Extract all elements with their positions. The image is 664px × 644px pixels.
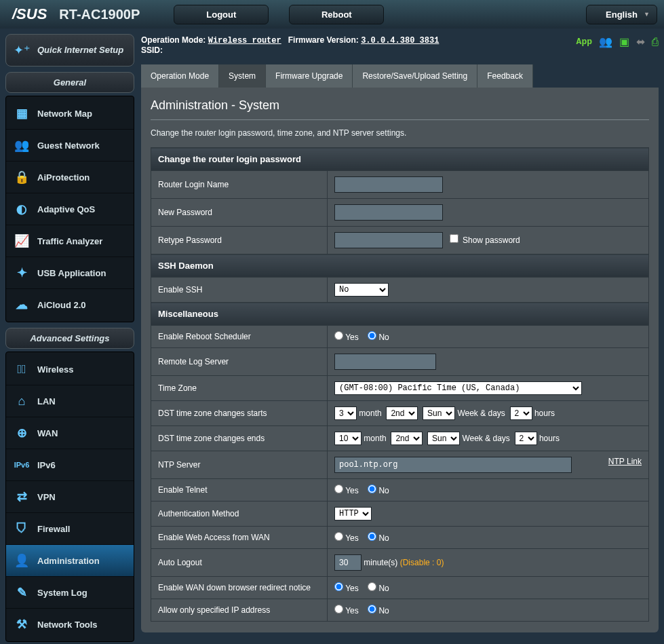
cloud-icon: ☁ [13,296,31,314]
wand-icon: ✦⁺ [13,41,31,59]
dst-end-day-select[interactable]: Sun [427,432,460,445]
enable-ssh-select[interactable]: No [334,283,389,297]
show-password-label: Show password [463,235,520,245]
usb-status-icon[interactable]: ⬌ [636,35,645,48]
tab-feedback[interactable]: Feedback [477,64,533,88]
sidebar-item-firewall[interactable]: ⛉Firewall [6,513,134,545]
section-general-head: General [5,72,134,93]
dst-end-month-select[interactable]: 10 [334,432,362,445]
guest-network-icon: 👥 [13,136,31,154]
sidebar-item-administration[interactable]: 👤Administration [6,545,134,577]
tools-icon: ⚒ [13,615,31,633]
wan-down-label: Enable WAN down browser redirect notice [151,577,328,599]
dst-start-week-select[interactable]: 2nd [386,406,418,420]
sidebar-item-network-map[interactable]: ▦Network Map [6,98,134,130]
login-name-label: Router Login Name [151,171,328,199]
specified-ip-yes-radio[interactable] [334,605,343,613]
telnet-yes-radio[interactable] [334,485,343,493]
retype-password-input[interactable] [334,232,443,248]
timezone-label: Time Zone [151,376,328,401]
wan-down-no-radio[interactable] [368,582,376,591]
new-password-label: New Password [151,199,328,227]
sidebar-item-ipv6[interactable]: IPv6IPv6 [6,449,134,481]
opmode-label: Operation Mode: [141,35,206,45]
auth-select[interactable]: HTTP [334,507,372,520]
page-title: Administration - System [151,98,649,120]
app-link[interactable]: App [577,37,592,47]
tab-operation-mode[interactable]: Operation Mode [141,64,219,88]
sidebar-item-system-log[interactable]: ✎System Log [6,577,134,609]
globe-icon: ⊕ [13,424,31,442]
dst-start-hour-select[interactable]: 2 [510,406,532,420]
wan-down-yes-radio[interactable] [334,582,343,591]
users-status-icon[interactable]: 👥 [599,35,612,48]
auto-logout-note: (Disable : 0) [400,558,444,567]
enable-ssh-label: Enable SSH [151,278,328,303]
wifi-icon: ◉᷀ [13,360,31,378]
tab-system[interactable]: System [219,64,266,88]
telnet-no-radio[interactable] [368,485,376,493]
sidebar-item-aiprotection[interactable]: 🔒AiProtection [6,162,134,193]
sidebar-item-traffic-analyzer[interactable]: 📈Traffic Analyzer [6,225,134,257]
dst-end-label: DST time zone changes ends [151,426,328,451]
printer-status-icon[interactable]: ⎙ [652,36,659,48]
telnet-label: Enable Telnet [151,479,328,501]
sidebar-item-aicloud[interactable]: ☁AiCloud 2.0 [6,289,134,320]
wan-access-no-radio[interactable] [368,532,376,541]
specified-ip-no-radio[interactable] [368,605,376,613]
tab-firmware-upgrade[interactable]: Firmware Upgrade [266,64,353,88]
dst-start-label: DST time zone changes starts [151,401,328,426]
ssh-section-head: SSH Daemon [151,254,649,278]
dst-end-week-select[interactable]: 2nd [391,432,423,445]
dst-start-day-select[interactable]: Sun [423,406,455,420]
wan-access-yes-radio[interactable] [334,532,343,541]
reboot-yes-radio[interactable] [334,331,343,340]
dst-end-hour-select[interactable]: 2 [515,432,537,445]
log-icon: ✎ [13,584,31,601]
login-name-input[interactable] [334,176,443,193]
sidebar-item-lan[interactable]: ⌂LAN [6,385,134,417]
language-select[interactable]: English [586,5,657,24]
sidebar-item-usb-application[interactable]: ✦USB Application [6,257,134,289]
remote-log-input[interactable] [334,354,436,370]
tabs: Operation Mode System Firmware Upgrade R… [141,64,659,88]
quick-setup-button[interactable]: ✦⁺ Quick Internet Setup [5,34,134,67]
sidebar-item-guest-network[interactable]: 👥Guest Network [6,130,134,162]
retype-password-label: Retype Password [151,227,328,254]
model-name: RT-AC1900P [59,7,140,22]
specified-ip-label: Allow only specified IP address [151,599,328,622]
timezone-select[interactable]: (GMT-08:00) Pacific Time (US, Canada) [334,381,582,395]
logout-button[interactable]: Logout [174,5,269,24]
auto-logout-input[interactable] [334,554,362,571]
auto-logout-label: Auto Logout [151,549,328,577]
sidebar-item-wan[interactable]: ⊕WAN [6,417,134,449]
sidebar-item-network-tools[interactable]: ⚒Network Tools [6,609,134,640]
brand-logo: /SUS [7,5,52,23]
reboot-no-radio[interactable] [368,331,376,340]
fw-label: Firmware Version: [288,35,359,45]
gauge-icon: ◐ [13,200,31,218]
remote-log-label: Remote Log Server [151,348,328,376]
tab-restore-save-upload[interactable]: Restore/Save/Upload Setting [353,64,477,88]
auth-label: Authentication Method [151,501,328,527]
new-password-input[interactable] [334,204,443,221]
status-icons: App 👥 ▣ ⬌ ⎙ [577,35,659,48]
fw-value[interactable]: 3.0.0.4.380_3831 [361,36,439,45]
ntp-label: NTP Server [151,451,328,479]
ntp-input[interactable] [334,457,572,473]
lan-status-icon[interactable]: ▣ [619,35,629,48]
show-password-checkbox[interactable] [450,234,458,243]
network-map-icon: ▦ [13,105,31,122]
sidebar-item-vpn[interactable]: ⇄VPN [6,481,134,513]
ntp-link[interactable]: NTP Link [608,457,642,466]
reboot-button[interactable]: Reboot [289,5,384,24]
sidebar-item-wireless[interactable]: ◉᷀Wireless [6,354,134,385]
page-desc: Change the router login password, time z… [151,120,649,147]
home-icon: ⌂ [13,392,31,410]
sidebar-item-adaptive-qos[interactable]: ◐Adaptive QoS [6,193,134,225]
login-section-head: Change the router login password [151,148,649,171]
ipv6-icon: IPv6 [13,456,31,474]
wan-access-label: Enable Web Access from WAN [151,527,328,549]
dst-start-month-select[interactable]: 3 [334,406,357,420]
opmode-value[interactable]: Wireless router [208,36,281,45]
